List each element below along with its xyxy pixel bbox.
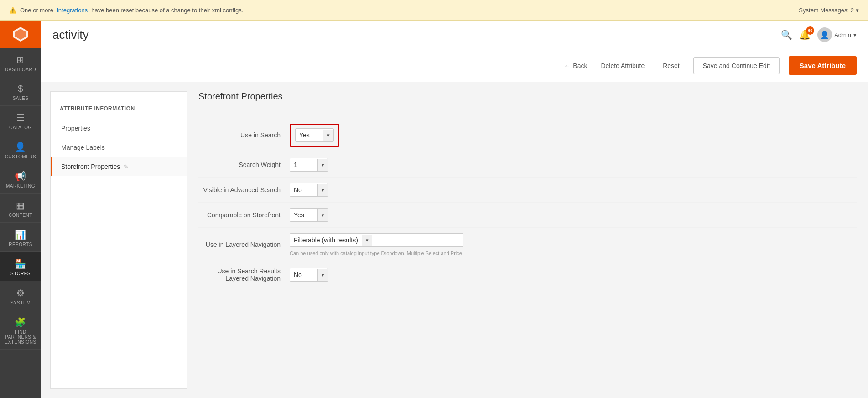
sidebar-item-stores[interactable]: 🏪 Stores [0,252,41,281]
field-use-in-search: Use in Search Yes No ▾ [198,118,857,152]
content-icon: ▦ [16,200,25,211]
notification-suffix: have been reset because of a change to t… [91,7,243,14]
search-weight-select[interactable]: 1 2 3 4 5 6 7 8 9 10 [290,158,317,171]
main-content: Attribute Information Properties Manage … [41,82,868,398]
comparable-on-storefront-select[interactable]: Yes No [290,209,317,221]
nav-item-storefront-properties[interactable]: Storefront Properties ✎ [51,157,187,176]
sidebar: ⊞ Dashboard $ Sales ☰ Catalog 👤 Customer… [0,21,41,398]
search-weight-control: 1 2 3 4 5 6 7 8 9 10 ▾ [290,158,328,172]
catalog-icon: ☰ [16,112,25,123]
logo[interactable] [0,21,41,48]
reset-button[interactable]: Reset [658,60,684,72]
section-title: Storefront Properties [198,91,857,102]
comparable-on-storefront-control: Yes No ▾ [290,208,328,222]
notification-count: 60 [806,26,814,35]
notification-message: ⚠️ One or more integrations have been re… [9,7,243,14]
sidebar-item-dashboard[interactable]: ⊞ Dashboard [0,48,41,77]
use-in-search-label: Use in Search [198,131,290,139]
notification-prefix: One or more [20,7,53,14]
sidebar-item-customers[interactable]: 👤 Customers [0,135,41,164]
sidebar-item-content[interactable]: ▦ Content [0,194,41,223]
sidebar-label-reports: Reports [9,242,32,247]
chevron-down-icon: ▾ [856,7,859,14]
visible-in-advanced-search-select-wrap: Yes No ▾ [290,183,328,197]
delete-attribute-button[interactable]: Delete Attribute [596,60,649,72]
use-in-layered-navigation-control: No Filterable (with results) Filterable … [290,233,463,256]
integrations-link[interactable]: integrations [57,7,88,14]
field-comparable-on-storefront: Comparable on Storefront Yes No ▾ [198,203,857,228]
use-in-layered-navigation-select-wrap: No Filterable (with results) Filterable … [290,233,463,247]
attribute-info-title: Attribute Information [51,101,187,119]
user-menu[interactable]: 👤 Admin ▾ [817,27,857,42]
user-name: Admin [834,31,851,38]
search-icon[interactable]: 🔍 [781,29,792,40]
sidebar-item-reports[interactable]: 📊 Reports [0,223,41,252]
sidebar-item-find-partners[interactable]: 🧩 Find Partners & Extensions [0,310,41,350]
right-panel: Storefront Properties Use in Search Yes … [187,82,868,398]
notification-bar: ⚠️ One or more integrations have been re… [0,0,868,21]
field-visible-in-advanced-search: Visible in Advanced Search Yes No ▾ [198,178,857,203]
save-attribute-button[interactable]: Save Attribute [789,56,857,75]
use-in-layered-navigation-select[interactable]: No Filterable (with results) Filterable … [290,234,362,246]
search-weight-select-wrap: 1 2 3 4 5 6 7 8 9 10 ▾ [290,158,328,172]
back-button[interactable]: ← Back [564,62,587,69]
sidebar-label-find-partners: Find Partners & Extensions [2,330,39,345]
layered-navigation-hint: Can be used only with catalog input type… [290,251,463,256]
use-in-search-select-wrap: Yes No ▾ [295,128,334,142]
nav-item-manage-labels[interactable]: Manage Labels [51,138,187,157]
arrow-left-icon: ← [564,62,570,69]
search-weight-arrow[interactable]: ▾ [317,159,328,171]
system-icon: ⚙ [16,288,25,298]
sidebar-label-system: System [10,300,31,305]
sidebar-label-dashboard: Dashboard [5,67,36,72]
marketing-icon: 📢 [15,171,26,182]
section-divider [198,109,857,109]
sidebar-label-stores: Stores [10,271,31,276]
use-in-search-highlighted: Yes No ▾ [290,124,339,147]
reports-icon: 📊 [15,229,26,240]
sidebar-label-sales: Sales [13,96,29,101]
use-in-search-control: Yes No ▾ [290,124,339,147]
nav-item-properties[interactable]: Properties [51,119,187,138]
header-actions: 🔍 🔔 60 👤 Admin ▾ [781,27,857,42]
sidebar-item-marketing[interactable]: 📢 Marketing [0,164,41,194]
sales-icon: $ [18,84,23,94]
field-use-in-search-results: Use in Search Results Layered Navigation… [198,262,857,288]
visible-in-advanced-search-select[interactable]: Yes No [290,183,317,196]
use-in-layered-navigation-label: Use in Layered Navigation [198,241,290,248]
user-chevron-icon: ▾ [853,31,857,38]
use-in-search-select[interactable]: Yes No [296,129,323,141]
avatar: 👤 [817,27,832,42]
use-in-search-results-arrow[interactable]: ▾ [317,269,328,281]
visible-in-advanced-search-arrow[interactable]: ▾ [317,184,328,196]
page-title: activity [52,28,88,42]
sidebar-label-content: Content [9,213,32,218]
use-in-search-arrow[interactable]: ▾ [323,130,333,141]
sidebar-item-sales[interactable]: $ Sales [0,77,41,106]
comparable-on-storefront-select-wrap: Yes No ▾ [290,208,328,222]
partners-icon: 🧩 [15,317,26,328]
customers-icon: 👤 [15,141,26,152]
use-in-layered-navigation-arrow[interactable]: ▾ [362,235,372,246]
field-search-weight: Search Weight 1 2 3 4 5 6 7 8 [198,152,857,178]
notifications-button[interactable]: 🔔 60 [799,29,811,40]
visible-in-advanced-search-label: Visible in Advanced Search [198,186,290,194]
sidebar-item-system[interactable]: ⚙ System [0,281,41,310]
save-continue-button[interactable]: Save and Continue Edit [693,57,780,74]
sidebar-item-catalog[interactable]: ☰ Catalog [0,106,41,135]
use-in-search-results-control: Yes No ▾ [290,268,328,282]
comparable-on-storefront-label: Comparable on Storefront [198,211,290,219]
system-messages[interactable]: System Messages: 2 ▾ [799,7,859,14]
use-in-search-results-select[interactable]: Yes No [290,268,317,281]
dashboard-icon: ⊞ [16,54,25,65]
toolbar: ← Back Delete Attribute Reset Save and C… [41,49,868,82]
use-in-search-results-label: Use in Search Results Layered Navigation [198,267,290,282]
field-use-in-layered-navigation: Use in Layered Navigation No Filterable … [198,228,857,262]
warning-icon: ⚠️ [9,7,16,14]
use-in-search-results-select-wrap: Yes No ▾ [290,268,328,282]
visible-in-advanced-search-control: Yes No ▾ [290,183,328,197]
sidebar-label-marketing: Marketing [6,183,35,189]
comparable-on-storefront-arrow[interactable]: ▾ [317,209,328,221]
sidebar-label-catalog: Catalog [9,125,32,130]
left-panel: Attribute Information Properties Manage … [50,91,187,389]
